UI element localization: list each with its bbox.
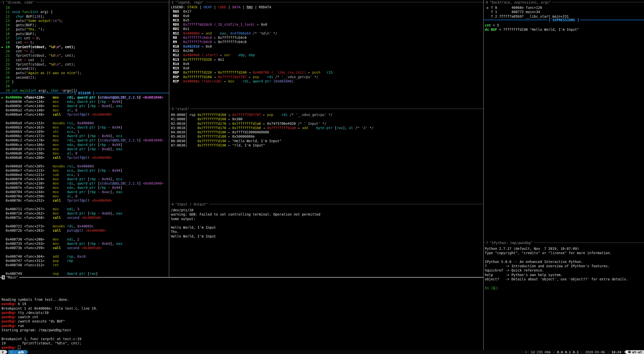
separator-icon: ‹ bbox=[607, 350, 609, 354]
session-name-badge[interactable]: 2 bbox=[0, 350, 6, 354]
powerline-arrow-icon bbox=[624, 350, 626, 354]
pane-number: 5 bbox=[2, 275, 5, 279]
expressions-section-label: [ EXPRESSIONS ] bbox=[549, 18, 579, 22]
tmux-status-bar: 2 1 › gdb ↑ 1d 23h 49m ‹ 0.0 0.1 0.1 ‹ 2… bbox=[0, 350, 644, 354]
powerline-arrow-icon bbox=[26, 350, 28, 354]
chevron-icon: › bbox=[14, 350, 16, 354]
pane-title-regs: 2 "legend, regs" bbox=[169, 0, 483, 4]
pane-title-io: 4 "Input / Output" bbox=[169, 202, 483, 206]
pane-title-stack: 3 "stack" bbox=[169, 107, 483, 111]
hostname-badge: at-at bbox=[626, 350, 644, 354]
pane-title-text: "stack" bbox=[175, 107, 189, 111]
pane-number: 2 bbox=[171, 0, 174, 4]
pane-number: 6 bbox=[486, 0, 489, 4]
pane-title-console: 5 "Main" bbox=[0, 275, 483, 279]
pane-title-source: 1 "disasm, code" bbox=[0, 0, 169, 4]
registers-lines[interactable]: LEGEND: STACK | HEAP | CODE | DATA | RWX… bbox=[171, 5, 483, 83]
pane-title-text: "IPython: tmp/pwndbg" bbox=[490, 241, 533, 245]
pane-title-text: "Main" bbox=[6, 275, 18, 279]
pane-title-text: "backtrace, expressions, args" bbox=[490, 0, 551, 4]
pane-number: 3 bbox=[171, 107, 174, 111]
lock-icon bbox=[628, 351, 631, 353]
load-average: 0.0 0.1 0.1 bbox=[557, 350, 579, 354]
stack-lines[interactable]: 00:0000│ rsp 0x7fffffffd160 → 0x7ffff7b9… bbox=[171, 113, 483, 148]
window-tab-gdb[interactable]: 1 › gdb bbox=[8, 350, 26, 354]
uptime-value: 1d 23h 49m bbox=[531, 350, 551, 354]
time-value: 10:24 bbox=[611, 350, 621, 354]
ipython-lines[interactable]: Python 2.7.17 (default, Nov 7 2019, 10:0… bbox=[485, 247, 643, 290]
expressions-section-header: [ EXPRESSIONS ] bbox=[484, 18, 644, 22]
pane-number: 1 bbox=[2, 0, 5, 4]
hostname-text: at-at bbox=[632, 350, 642, 354]
pane-title-text: "disasm, code" bbox=[6, 0, 35, 4]
backtrace-lines[interactable]: ► f 0 40068e func+126 f 1 400772 main+34… bbox=[485, 6, 643, 19]
powerline-arrow-icon bbox=[6, 350, 8, 354]
vertical-split-left[interactable] bbox=[169, 0, 169, 277]
separator-icon: ‹ bbox=[581, 350, 583, 354]
pane-title-text: "legend, regs" bbox=[175, 0, 204, 4]
disasm-section-header: [ DISASM ] bbox=[0, 91, 169, 95]
pane-number: 4 bbox=[171, 202, 174, 206]
window-index: 1 bbox=[11, 350, 13, 354]
window-name: gdb bbox=[18, 350, 24, 354]
pane-number: 7 bbox=[486, 241, 489, 245]
pane-title-ipython: 7 "IPython: tmp/pwndbg" bbox=[484, 241, 644, 245]
separator-icon: ‹ bbox=[553, 350, 555, 354]
disasm-section-label: [ DISASM ] bbox=[74, 91, 94, 95]
date-value: 2020-03-06 bbox=[585, 350, 605, 354]
pane-title-text: "Input / Output" bbox=[175, 202, 208, 206]
tmux-pwndbg-screen: { "colors": { "background": "#000000", "… bbox=[0, 0, 644, 354]
vertical-split-right[interactable] bbox=[483, 0, 484, 350]
uptime-arrow-icon: ↑ bbox=[525, 350, 527, 354]
source-code-lines[interactable]: 10 11 void func(int arg) { 12 char BUF[1… bbox=[2, 6, 168, 93]
io-lines[interactable]: /dev/pts/10warning: GDB: Failed to set c… bbox=[171, 208, 483, 239]
disasm-lines[interactable]: ► 0x40068e <func+126> mov rdi, qword ptr… bbox=[2, 95, 168, 276]
gdb-console-lines[interactable]: Reading symbols from test...done.pwndbg>… bbox=[2, 298, 480, 350]
pane-title-backtrace: 6 "backtrace, expressions, args" bbox=[484, 0, 644, 4]
expressions-lines[interactable]: cnt = 5ds BUF = 7fffffffd190 "Hello Worl… bbox=[485, 23, 643, 32]
